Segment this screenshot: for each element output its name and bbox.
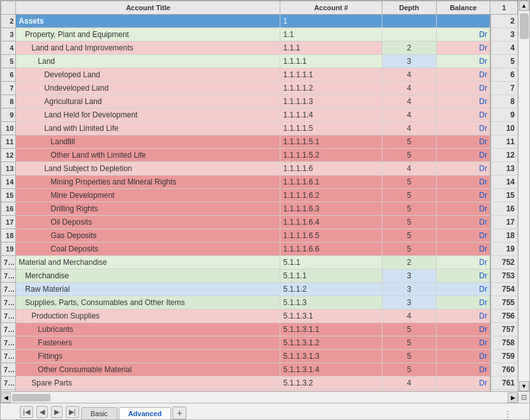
table-row: 14Mining Properties and Mineral Rights1.… [1, 176, 518, 189]
row-number: 3 [1, 28, 16, 41]
account-number-cell[interactable]: 1.1.1.1.5 [280, 122, 382, 135]
account-title-cell[interactable]: Coal Deposits [16, 243, 280, 256]
account-title-cell[interactable]: Land Held for Development [16, 109, 280, 122]
depth-cell: 2 [382, 256, 436, 269]
row-index-cell: 9 [490, 109, 518, 122]
tab-nav-last[interactable]: ▶| [66, 406, 79, 418]
depth-cell: 5 [382, 350, 436, 363]
account-number-cell[interactable]: 1.1.1.1.6 [280, 162, 382, 176]
table-row: 756Production Supplies5.1.1.3.14Dr756 [1, 310, 518, 323]
account-title-cell[interactable]: Merchandise [16, 269, 280, 283]
account-number-cell[interactable]: 5.1.1.3 [280, 296, 382, 310]
account-number-cell[interactable]: 1 [280, 15, 382, 28]
account-number-cell[interactable]: 5.1.1.3.1.3 [280, 350, 382, 363]
account-title-cell[interactable]: Land Subject to Depletion [16, 162, 280, 176]
scroll-left-button[interactable]: ◀ [1, 393, 11, 403]
account-title-cell[interactable]: Developed Land [16, 68, 280, 82]
account-title-cell[interactable]: Material and Merchandise [16, 256, 280, 269]
account-title-cell[interactable]: Land and Land Improvements [16, 41, 280, 55]
account-number-cell[interactable]: 1.1.1.1.6.2 [280, 189, 382, 202]
account-title-cell[interactable]: Assets [16, 15, 280, 28]
account-title-cell[interactable]: Drilling Rights [16, 202, 280, 216]
account-number-cell[interactable]: 5.1.1.3.1.1 [280, 323, 382, 336]
account-title-cell[interactable]: Oil Deposits [16, 216, 280, 229]
col-d-header[interactable]: Balance [436, 1, 490, 15]
account-number-cell[interactable]: 5.1.1.1 [280, 269, 382, 283]
spreadsheet: Account Title Account # Depth Balance 1 … [0, 0, 530, 420]
account-number-cell[interactable]: 1.1.1.1.3 [280, 95, 382, 109]
tab-advanced[interactable]: Advanced [119, 407, 172, 419]
account-number-cell[interactable]: 1.1.1.1.6.5 [280, 229, 382, 243]
account-title-cell[interactable]: Fittings [16, 350, 280, 363]
account-title-cell[interactable]: Land with Limited Life [16, 122, 280, 135]
account-number-cell[interactable]: 1.1.1.1.5.1 [280, 135, 382, 149]
account-title-cell[interactable]: Agricultural Land [16, 95, 280, 109]
table-row: 753Merchandise5.1.1.13Dr753 [1, 269, 518, 283]
tab-nav-first[interactable]: |◀ [20, 406, 33, 418]
tab-nav-next[interactable]: ▶ [51, 406, 63, 418]
account-title-cell[interactable]: Production Supplies [16, 310, 280, 323]
balance-cell: Dr [436, 296, 490, 310]
account-title-cell[interactable]: Other Consumable Material [16, 363, 280, 377]
account-number-cell[interactable]: 5.1.1.3.2 [280, 377, 382, 390]
account-number-cell[interactable]: 5.1.1.3.1.4 [280, 363, 382, 377]
table-row: 758Fasteners5.1.1.3.1.25Dr758 [1, 336, 518, 350]
account-number-cell[interactable]: 5.1.1.3.1 [280, 310, 382, 323]
table-row: 2Assets12 [1, 15, 518, 28]
vertical-scrollbar[interactable]: ▲ ▼ [518, 1, 529, 391]
scroll-down-button[interactable]: ▼ [519, 381, 529, 391]
account-title-cell[interactable]: Lubricants [16, 323, 280, 336]
balance-cell [436, 15, 490, 28]
scroll-thumb-h[interactable] [12, 394, 50, 401]
account-title-cell[interactable]: Mining Properties and Mineral Rights [16, 176, 280, 189]
tab-basic[interactable]: Basic [81, 407, 117, 419]
account-title-cell[interactable]: Gas Deposits [16, 229, 280, 243]
scroll-thumb-v[interactable] [520, 13, 529, 39]
account-number-cell[interactable]: 5.1.1.3.3 [280, 390, 382, 392]
table-row: 11Landfill1.1.1.1.5.15Dr11 [1, 135, 518, 149]
account-number-cell[interactable]: 1.1.1.1.1 [280, 68, 382, 82]
account-number-cell[interactable]: 1.1.1.1.6.1 [280, 176, 382, 189]
account-title-cell[interactable]: Mine Development [16, 189, 280, 202]
horizontal-scrollbar[interactable]: ◀ ▶ ⊡ [1, 391, 529, 403]
tab-nav-prev[interactable]: ◀ [36, 406, 48, 418]
account-number-cell[interactable]: 1.1.1 [280, 41, 382, 55]
account-number-cell[interactable]: 1.1.1.1.6.3 [280, 202, 382, 216]
table-row: 3Property, Plant and Equipment1.1Dr3 [1, 28, 518, 41]
col-b-header[interactable]: Account # [280, 1, 382, 15]
col-c-header[interactable]: Depth [382, 1, 436, 15]
account-number-cell[interactable]: 1.1.1.1 [280, 55, 382, 68]
account-title-cell[interactable]: Landfill [16, 135, 280, 149]
account-title-cell[interactable]: Land [16, 55, 280, 68]
scroll-up-button[interactable]: ▲ [519, 1, 529, 11]
account-number-cell[interactable]: 5.1.1.3.1.2 [280, 336, 382, 350]
account-number-cell[interactable]: 5.1.1 [280, 256, 382, 269]
account-title-cell[interactable]: Fasteners [16, 336, 280, 350]
account-number-cell[interactable]: 1.1.1.1.5.2 [280, 149, 382, 162]
account-number-cell[interactable]: 1.1.1.1.6.6 [280, 243, 382, 256]
account-title-cell[interactable]: Consumables [16, 390, 280, 392]
account-title-cell[interactable]: Supplies, Parts, Consumables and Other I… [16, 296, 280, 310]
col-e-header[interactable]: 1 [490, 1, 518, 15]
row-index-cell: 11 [490, 135, 518, 149]
balance-cell: Dr [436, 109, 490, 122]
add-sheet-button[interactable]: + [172, 407, 186, 419]
col-a-header[interactable]: Account Title [16, 1, 280, 15]
account-number-cell[interactable]: 1.1.1.1.4 [280, 109, 382, 122]
account-number-cell[interactable]: 1.1.1.1.2 [280, 82, 382, 95]
depth-cell: 5 [382, 176, 436, 189]
account-title-cell[interactable]: Spare Parts [16, 377, 280, 390]
row-index-cell: 760 [490, 363, 518, 377]
account-title-cell[interactable]: Undeveloped Land [16, 82, 280, 95]
account-number-cell[interactable]: 5.1.1.2 [280, 283, 382, 296]
account-title-cell[interactable]: Other Land with Limited Life [16, 149, 280, 162]
table-row: 755Supplies, Parts, Consumables and Othe… [1, 296, 518, 310]
depth-cell: 3 [382, 283, 436, 296]
account-number-cell[interactable]: 1.1.1.1.6.4 [280, 216, 382, 229]
balance-cell: Dr [436, 229, 490, 243]
account-title-cell[interactable]: Raw Material [16, 283, 280, 296]
account-number-cell[interactable]: 1.1 [280, 28, 382, 41]
scroll-right-button[interactable]: ▶ [508, 393, 518, 403]
row-index-cell: 18 [490, 229, 518, 243]
account-title-cell[interactable]: Property, Plant and Equipment [16, 28, 280, 41]
